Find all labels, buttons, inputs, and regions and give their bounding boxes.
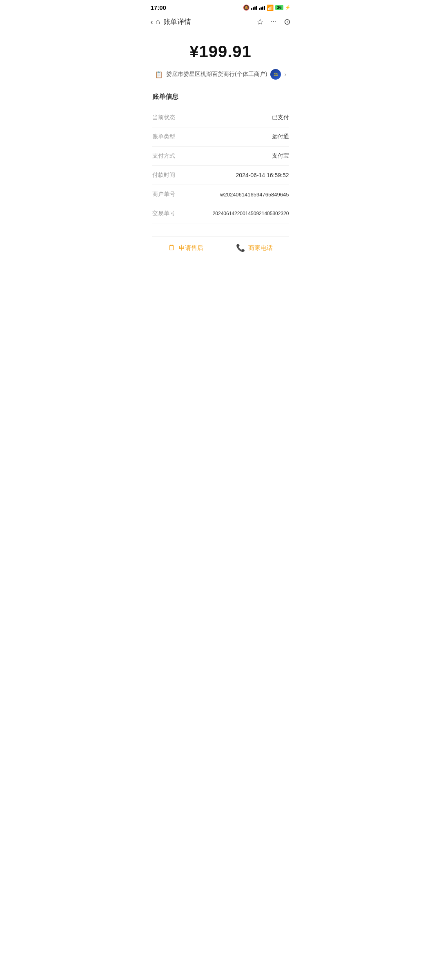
chevron-right-icon: › [284, 71, 286, 78]
battery-level: 36 [275, 5, 283, 10]
bill-info-rows: 当前状态 已支付 账单类型 远付通 支付方式 支付宝 付款时间 2024-06-… [152, 108, 289, 223]
star-button[interactable]: ☆ [256, 17, 264, 27]
status-bar: 17:00 🔕 📶 36 ⚡ [144, 0, 297, 13]
amount-value: 199.91 [199, 42, 251, 60]
payment-time-row: 付款时间 2024-06-14 16:59:52 [152, 166, 289, 185]
payment-amount: ¥199.91 [152, 42, 289, 61]
main-content: ¥199.91 📋 娄底市娄星区机湖百货商行(个体工商户) ⚖ › 账单信息 当… [144, 30, 297, 267]
bill-type-row: 账单类型 远付通 [152, 127, 289, 147]
status-label: 当前状态 [152, 114, 175, 121]
more-button[interactable]: ··· [270, 18, 277, 25]
currency-symbol: ¥ [189, 42, 199, 60]
nav-bar: ‹ ⌂ 账单详情 ☆ ··· ⊙ [144, 13, 297, 30]
payment-method-row: 支付方式 支付宝 [152, 147, 289, 166]
after-sales-icon: 🗒 [168, 244, 176, 252]
signal-bars-1 [251, 6, 257, 10]
merchant-order-label: 商户单号 [152, 191, 175, 198]
status-row: 当前状态 已支付 [152, 108, 289, 127]
payment-method-value: 支付宝 [272, 152, 289, 160]
back-button[interactable]: ‹ [151, 17, 154, 27]
merchant-order-value: w20240614165947658496​45 [220, 192, 289, 198]
mute-icon: 🔕 [243, 4, 249, 11]
after-sales-button[interactable]: 🗒 申请售后 [168, 243, 203, 252]
status-icons: 🔕 📶 36 ⚡ [243, 4, 290, 11]
merchant-name: 娄底市娄星区机湖百货商行(个体工商户) [166, 70, 267, 78]
record-button[interactable]: ⊙ [284, 17, 291, 27]
action-buttons: 🗒 申请售后 📞 商家电话 [152, 236, 289, 259]
transaction-order-value: 20240614220014509214053023​20 [213, 211, 289, 216]
merchant-badge: ⚖ [270, 69, 281, 80]
status-value: 已支付 [272, 114, 289, 121]
merchant-row[interactable]: 📋 娄底市娄星区机湖百货商行(个体工商户) ⚖ › [152, 66, 289, 83]
merchant-order-row: 商户单号 w20240614165947658496​45 [152, 185, 289, 204]
page-title: 账单详情 [163, 17, 256, 27]
police-badge-icon: ⚖ [274, 71, 278, 77]
merchant-phone-button[interactable]: 📞 商家电话 [236, 243, 273, 252]
transaction-order-row: 交易单号 20240614220014509214053023​20 [152, 204, 289, 223]
payment-method-label: 支付方式 [152, 152, 175, 160]
amount-section: ¥199.91 📋 娄底市娄星区机湖百货商行(个体工商户) ⚖ › [152, 42, 289, 83]
status-time: 17:00 [151, 4, 166, 11]
after-sales-label: 申请售后 [179, 244, 203, 252]
payment-time-label: 付款时间 [152, 172, 175, 179]
signal-bars-2 [259, 6, 265, 10]
bill-type-value: 远付通 [272, 133, 289, 140]
phone-icon: 📞 [236, 243, 245, 252]
merchant-phone-label: 商家电话 [248, 244, 273, 252]
charging-icon: ⚡ [285, 5, 291, 10]
copy-icon: 📋 [155, 71, 163, 78]
nav-actions: ☆ ··· ⊙ [256, 17, 290, 27]
section-title: 账单信息 [152, 93, 289, 101]
bill-type-label: 账单类型 [152, 133, 175, 140]
wifi-icon: 📶 [267, 4, 274, 11]
payment-time-value: 2024-06-14 16:59:52 [236, 172, 289, 178]
transaction-order-label: 交易单号 [152, 210, 175, 217]
home-button[interactable]: ⌂ [156, 18, 160, 26]
